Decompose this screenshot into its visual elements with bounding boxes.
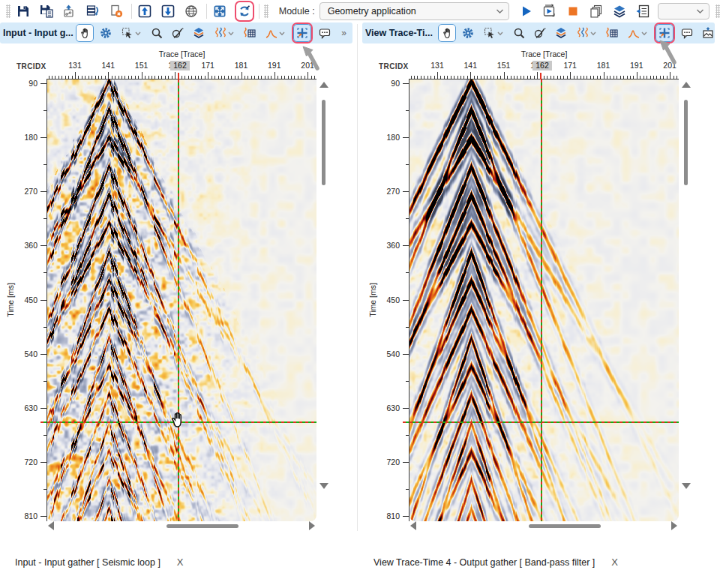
wiggle-display-button[interactable] bbox=[211, 24, 238, 42]
table-wiggle-icon bbox=[605, 26, 619, 40]
view-tab[interactable]: Input - Input gather [ Seismic loop ] X bbox=[15, 556, 184, 568]
hand-cursor bbox=[168, 409, 188, 431]
zoom-tool-button[interactable] bbox=[510, 24, 528, 42]
scroll-up-button[interactable] bbox=[682, 82, 691, 88]
trace-table-button[interactable] bbox=[603, 24, 621, 42]
scroll-left-button[interactable] bbox=[410, 521, 416, 530]
comment-icon bbox=[318, 26, 332, 40]
crosshair-vertical-line bbox=[178, 80, 179, 521]
pick-tool-button[interactable] bbox=[531, 24, 549, 42]
settings-button[interactable] bbox=[459, 24, 477, 42]
vertical-scrollbar-thumb[interactable] bbox=[684, 100, 688, 185]
annotation-arrow bbox=[302, 45, 321, 72]
cursor-trace-badge: 162 bbox=[170, 61, 190, 70]
crosshair-vertical-line bbox=[541, 80, 542, 521]
select-rect-icon bbox=[121, 26, 134, 40]
view-tab[interactable]: View Trace-Time 4 - Output gather [ Band… bbox=[374, 556, 618, 568]
spectrum-icon bbox=[265, 26, 278, 40]
gear-icon bbox=[461, 26, 475, 40]
tab-close-button[interactable]: X bbox=[177, 556, 184, 568]
export-image-icon bbox=[701, 26, 715, 40]
chevron-down-icon bbox=[227, 30, 235, 37]
seismic-view[interactable] bbox=[47, 80, 316, 521]
layers-view-button[interactable] bbox=[190, 24, 208, 42]
horizontal-scrollbar-thumb[interactable] bbox=[529, 524, 601, 528]
export-image-button[interactable] bbox=[699, 24, 717, 42]
application-window: Module : Geometry application Input - In… bbox=[0, 0, 720, 588]
chevron-down-icon bbox=[134, 30, 142, 37]
panel-toolbar: Input - Input g... » bbox=[0, 22, 352, 44]
cursor-tick-top bbox=[178, 73, 179, 80]
select-rect-icon bbox=[483, 26, 496, 40]
seismic-view[interactable] bbox=[410, 80, 679, 521]
hand-icon bbox=[441, 27, 454, 40]
settings-button[interactable] bbox=[97, 24, 115, 42]
view-tab-label[interactable]: View Trace-Time 4 - Output gather [ Band… bbox=[374, 557, 595, 568]
annotation-arrow bbox=[658, 39, 678, 66]
trace-table-button[interactable] bbox=[241, 24, 259, 42]
magnifier-icon bbox=[512, 26, 526, 40]
panel-input-gather: Input - Input g... » TRCIDX Trace [Trace… bbox=[0, 0, 352, 588]
pan-tool-button[interactable] bbox=[438, 24, 456, 42]
scroll-down-button[interactable] bbox=[320, 483, 328, 489]
vertical-scrollbar-thumb[interactable] bbox=[322, 100, 326, 185]
comment-icon bbox=[680, 26, 694, 40]
select-tool-button[interactable] bbox=[118, 24, 145, 42]
crosshair-icon bbox=[658, 26, 671, 40]
comment-button[interactable] bbox=[678, 24, 696, 42]
zoom-tool-button[interactable] bbox=[148, 24, 166, 42]
pick-pen-icon bbox=[171, 26, 184, 40]
chevron-down-icon bbox=[590, 30, 597, 37]
panel-output-gather: View Trace-Ti... » TRCIDX Trace [Trace] … bbox=[362, 0, 720, 588]
panel-divider bbox=[357, 24, 358, 531]
cursor-tick-left bbox=[403, 422, 409, 423]
layers-icon bbox=[192, 26, 206, 40]
time-axis-title: Time [ms] bbox=[6, 278, 15, 322]
crosshair-icon bbox=[296, 26, 309, 40]
crosshair-tool-button[interactable] bbox=[293, 24, 311, 42]
wiggle-traces-icon bbox=[214, 26, 227, 40]
pick-pen-icon bbox=[533, 26, 547, 40]
comment-button[interactable] bbox=[316, 24, 334, 42]
layers-icon bbox=[554, 26, 568, 40]
axis-corner-label: TRCIDX bbox=[16, 62, 46, 70]
table-wiggle-icon bbox=[243, 26, 256, 40]
panel-title: View Trace-Ti... bbox=[365, 28, 438, 38]
cursor-trace-badge: 162 bbox=[532, 61, 552, 70]
spectrum-icon bbox=[627, 26, 640, 40]
axis-corner-label: TRCIDX bbox=[379, 62, 409, 70]
crosshair-horizontal-line bbox=[410, 422, 679, 423]
trace-axis-title: Trace [Trace] bbox=[410, 50, 679, 58]
layers-view-button[interactable] bbox=[552, 24, 570, 42]
scroll-down-button[interactable] bbox=[682, 483, 691, 489]
chevron-down-icon bbox=[496, 30, 504, 37]
view-tab-label[interactable]: Input - Input gather [ Seismic loop ] bbox=[15, 557, 160, 568]
cursor-tick-left bbox=[40, 422, 46, 423]
time-axis-title: Time [ms] bbox=[368, 278, 377, 322]
hand-icon bbox=[79, 27, 92, 40]
chevron-down-icon bbox=[278, 30, 286, 37]
highlight-ring-crosshair bbox=[292, 22, 313, 44]
pick-tool-button[interactable] bbox=[169, 24, 187, 42]
panel-title: Input - Input g... bbox=[3, 28, 76, 38]
trace-axis-title: Trace [Trace] bbox=[47, 50, 316, 58]
spectrum-button[interactable] bbox=[624, 24, 651, 42]
toolbar-overflow-button[interactable]: » bbox=[341, 28, 346, 38]
scroll-right-button[interactable] bbox=[671, 521, 677, 530]
scroll-up-button[interactable] bbox=[320, 82, 328, 88]
spectrum-button[interactable] bbox=[262, 24, 289, 42]
select-tool-button[interactable] bbox=[480, 24, 507, 42]
wiggle-traces-icon bbox=[576, 26, 590, 40]
tab-close-button[interactable]: X bbox=[611, 556, 618, 568]
magnifier-icon bbox=[150, 26, 164, 40]
scroll-left-button[interactable] bbox=[48, 521, 54, 530]
scroll-right-button[interactable] bbox=[309, 521, 315, 530]
chevron-down-icon bbox=[640, 30, 648, 37]
horizontal-scrollbar-thumb[interactable] bbox=[166, 524, 238, 528]
gear-icon bbox=[99, 26, 112, 40]
cursor-tick-top bbox=[540, 73, 542, 80]
wiggle-display-button[interactable] bbox=[573, 24, 600, 42]
pan-tool-button[interactable] bbox=[76, 24, 94, 42]
